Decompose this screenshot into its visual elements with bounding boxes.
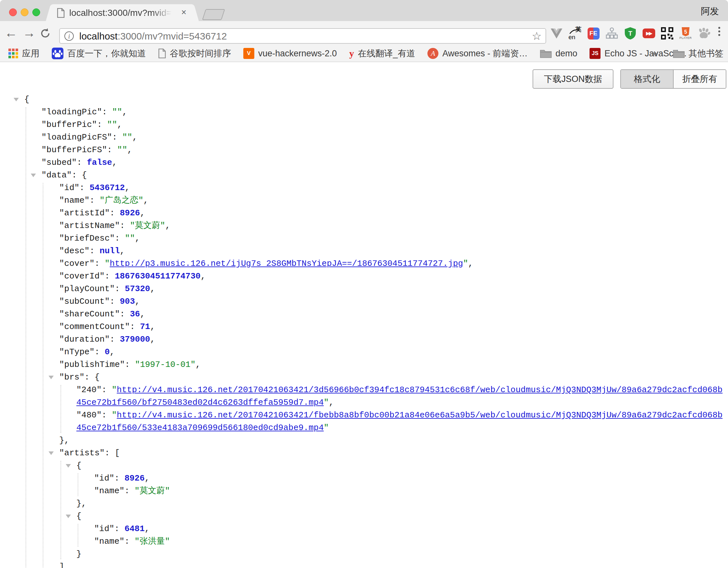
minimize-window-button[interactable] xyxy=(21,8,28,16)
zoom-window-button[interactable] xyxy=(32,8,40,16)
qr-code-extension-icon[interactable] xyxy=(661,26,674,41)
fe-extension-icon[interactable]: FE xyxy=(587,26,600,41)
json-row: "loadingPic": "", xyxy=(0,106,728,118)
bookmarks-bar: 应用 百度一下，你就知道谷歌按时间排序Vvue-hackernews-2.0y在… xyxy=(0,45,728,62)
json-row: "nType": 0, xyxy=(0,346,728,359)
svg-text:T: T xyxy=(628,30,632,37)
json-row: "loadingPicFS": "", xyxy=(0,131,728,144)
json-link[interactable]: 45ce72b1f560/bf2750483ed02d4c6263dffefa5… xyxy=(76,398,324,407)
json-row: "artists": [ xyxy=(0,447,728,460)
chrome-menu-icon[interactable] xyxy=(718,27,721,38)
bookmark-item[interactable]: AAwesomes - 前端资… xyxy=(427,48,528,59)
json-row: { xyxy=(0,460,728,472)
tree-guide-line xyxy=(26,107,26,568)
json-link[interactable]: http://v4.music.126.net/20170421063421/f… xyxy=(117,410,722,420)
vue-icon: V xyxy=(243,48,254,59)
json-row: "artistId": 8926, xyxy=(0,207,728,219)
address-bar[interactable]: i localhost:3000/mv?mvid=5436712 ☆ xyxy=(59,28,546,44)
page-icon xyxy=(57,8,65,18)
bookmark-item-apps[interactable]: 应用 xyxy=(8,48,39,59)
forward-button[interactable]: → xyxy=(21,25,37,41)
collapse-triangle-icon[interactable] xyxy=(31,173,36,177)
json-row: "240": "http://v4.music.126.net/20170421… xyxy=(0,384,728,396)
bookmark-folder-other[interactable]: 其他书签 xyxy=(673,48,723,59)
json-link[interactable]: http://v4.music.126.net/20170421063421/3… xyxy=(117,385,722,395)
red-player-extension-icon[interactable]: ▶▶ xyxy=(642,26,655,41)
tab-close-icon[interactable]: × xyxy=(181,7,186,17)
bookmark-item[interactable]: demo xyxy=(540,49,578,59)
json-row: "name": "广岛之恋", xyxy=(0,194,728,207)
json-row: "bufferPic": "", xyxy=(0,118,728,131)
json-row: "artistName": "莫文蔚", xyxy=(0,219,728,232)
paw-extension-icon[interactable] xyxy=(698,26,711,41)
collapse-triangle-icon[interactable] xyxy=(66,464,71,468)
json-row: "commentCount": 71, xyxy=(0,321,728,333)
json-row: "480": "http://v4.music.126.net/20170421… xyxy=(0,409,728,422)
youdao-icon: y xyxy=(349,48,354,59)
collapse-triangle-icon[interactable] xyxy=(66,515,71,518)
json-row: "bufferPicFS": "", xyxy=(0,144,728,156)
collapse-all-button[interactable]: 折叠所有 xyxy=(674,70,726,88)
profile-name[interactable]: 阿发 xyxy=(701,5,719,17)
page-content: 下载JSON数据 格式化 折叠所有 {"loadingPic": "","buf… xyxy=(0,62,728,568)
collapse-triangle-icon[interactable] xyxy=(49,451,54,455)
view-mode-toggle: 格式化 折叠所有 xyxy=(620,69,726,89)
tree-guide-line xyxy=(78,524,78,547)
json-link[interactable]: http://p3.music.126.net/ijUg7s_2S8GMbTNs… xyxy=(110,259,463,268)
extensions-row: 英 en FE T ▶▶ 5 PLAYER xyxy=(550,25,711,42)
json-row: }, xyxy=(0,434,728,447)
json-row: "desc": null, xyxy=(0,245,728,257)
tab-bar: localhost:3000/mv?mvid=5436712 × 阿发 xyxy=(0,0,728,21)
baidu-icon xyxy=(52,48,63,59)
json-row: "duration": 379000, xyxy=(0,333,728,346)
html5-player-extension-icon[interactable]: 5 PLAYER xyxy=(679,26,692,41)
download-json-button[interactable]: 下载JSON数据 xyxy=(533,69,613,89)
json-row: "shareCount": 36, xyxy=(0,308,728,321)
json-row: "coverId": 18676304511774730, xyxy=(0,270,728,283)
json-row: "id": 5436712, xyxy=(0,182,728,194)
sitemap-extension-icon[interactable] xyxy=(605,26,618,41)
folder-icon xyxy=(673,49,685,58)
translate-extension-icon[interactable]: 英 en xyxy=(568,26,581,41)
svg-text:5: 5 xyxy=(684,29,687,35)
json-row: } xyxy=(0,548,728,561)
bookmark-star-icon[interactable]: ☆ xyxy=(532,29,542,42)
bookmark-item[interactable]: 百度一下，你就知道 xyxy=(52,48,146,59)
tree-guide-line xyxy=(43,183,43,568)
bookmarks-list: 应用 百度一下，你就知道谷歌按时间排序Vvue-hackernews-2.0y在… xyxy=(8,45,687,61)
page-info-icon[interactable]: i xyxy=(64,31,74,41)
collapse-triangle-icon[interactable] xyxy=(14,98,19,101)
json-tree: {"loadingPic": "","bufferPic": "","loadi… xyxy=(0,93,728,568)
browser-toolbar: ← → i localhost:3000/mv?mvid=5436712 ☆ 英… xyxy=(0,21,728,45)
json-row: "name": "张洪量" xyxy=(0,535,728,548)
tree-guide-line xyxy=(78,473,78,496)
browser-tab[interactable]: localhost:3000/mv?mvid=5436712 × xyxy=(52,4,192,21)
json-link[interactable]: 45ce72b1f560/533e4183a709699d566180ed0cd… xyxy=(76,423,324,433)
bookmarks-overflow-icon[interactable]: » xyxy=(652,48,657,59)
bookmark-item[interactable]: y在线翻译_有道 xyxy=(349,48,415,59)
json-row: "publishTime": "1997-10-01", xyxy=(0,359,728,371)
awesomes-icon: A xyxy=(427,48,438,59)
reload-button[interactable] xyxy=(39,28,55,43)
json-row: "briefDesc": "", xyxy=(0,232,728,245)
json-row: }, xyxy=(0,497,728,510)
tab-title: localhost:3000/mv?mvid=5436712 xyxy=(69,8,173,18)
json-row: "brs": { xyxy=(0,371,728,384)
back-button[interactable]: ← xyxy=(3,25,19,41)
format-button[interactable]: 格式化 xyxy=(621,70,674,88)
json-row: ] xyxy=(0,561,728,568)
json-row: "cover": "http://p3.music.126.net/ijUg7s… xyxy=(0,257,728,270)
json-row: { xyxy=(0,93,728,106)
vue-devtools-icon[interactable] xyxy=(550,26,563,41)
json-row: 45ce72b1f560/bf2750483ed02d4c6263dffefa5… xyxy=(0,396,728,409)
apps-grid-icon xyxy=(8,49,18,58)
echojs-icon: JS xyxy=(590,48,601,59)
new-tab-button[interactable] xyxy=(202,9,225,20)
collapse-triangle-icon[interactable] xyxy=(49,376,54,379)
bookmark-item[interactable]: 谷歌按时间排序 xyxy=(158,48,231,59)
close-window-button[interactable] xyxy=(9,8,17,16)
tampermonkey-extension-icon[interactable]: T xyxy=(624,26,637,41)
json-row: { xyxy=(0,510,728,523)
bookmark-item[interactable]: Vvue-hackernews-2.0 xyxy=(243,48,337,59)
json-row: "playCount": 57320, xyxy=(0,283,728,295)
